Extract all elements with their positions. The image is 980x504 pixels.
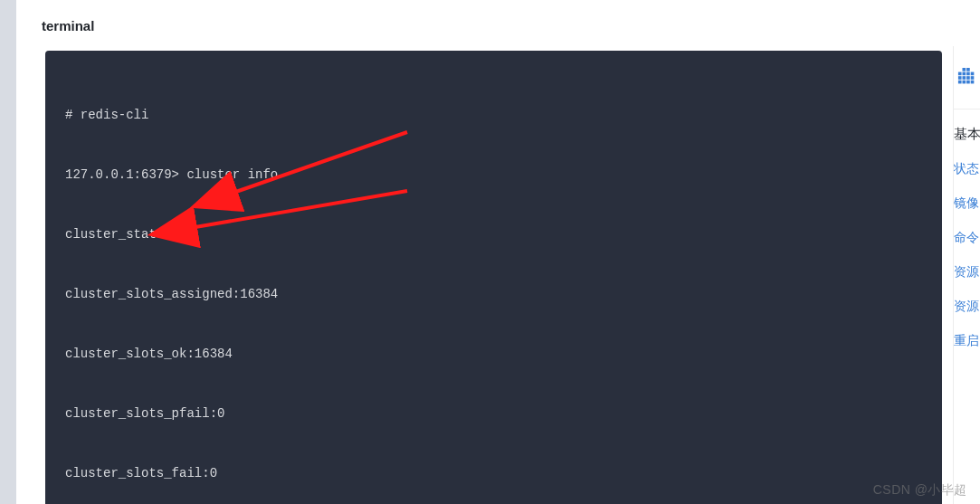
sidebar-item-resource-2[interactable]: 资源 [954, 290, 980, 324]
terminal-line: cluster_state:ok [65, 224, 922, 244]
page-title: terminal [16, 0, 980, 51]
svg-rect-6 [962, 76, 966, 80]
sidebar-section-title: 基本信 [954, 109, 980, 152]
terminal-line: cluster_slots_ok:16384 [65, 344, 922, 364]
svg-rect-5 [957, 76, 961, 80]
svg-rect-2 [962, 71, 966, 75]
terminal-line: 127.0.0.1:6379> cluster info [65, 165, 922, 185]
svg-rect-7 [966, 76, 970, 80]
svg-rect-10 [966, 68, 970, 71]
svg-rect-14 [970, 80, 974, 83]
watermark: CSDN @小毕超 [873, 482, 967, 499]
svg-rect-3 [966, 71, 970, 75]
terminal-line: cluster_slots_pfail:0 [65, 404, 922, 423]
sidebar-item-status[interactable]: 状态 [954, 152, 980, 186]
terminal-line: cluster_slots_assigned:16384 [65, 284, 922, 304]
sidebar-item-command[interactable]: 命令 [954, 221, 980, 255]
svg-rect-13 [966, 80, 970, 83]
svg-rect-12 [962, 80, 966, 83]
terminal-line: cluster_slots_fail:0 [65, 463, 922, 483]
left-gutter [0, 0, 16, 504]
grid-icon [957, 68, 977, 88]
svg-rect-11 [957, 80, 961, 83]
svg-rect-8 [970, 76, 974, 80]
terminal-card: # redis-cli 127.0.0.1:6379> cluster info… [45, 51, 942, 504]
content-row: # redis-cli 127.0.0.1:6379> cluster info… [16, 51, 980, 504]
sidebar-logo [954, 46, 980, 109]
svg-rect-1 [957, 71, 961, 75]
sidebar-item-image[interactable]: 镜像 [954, 186, 980, 221]
page-wrap: terminal # redis-cli 127.0.0.1:6379> clu… [16, 0, 980, 504]
sidebar-item-restart[interactable]: 重启 [954, 324, 980, 358]
title-text: terminal [42, 18, 94, 33]
terminal-line: # redis-cli [65, 105, 922, 125]
svg-rect-9 [962, 68, 966, 71]
terminal-output[interactable]: # redis-cli 127.0.0.1:6379> cluster info… [45, 51, 942, 504]
svg-rect-4 [970, 71, 974, 75]
right-sidebar: 基本信 状态 镜像 命令 资源 资源 重启 [953, 46, 980, 504]
arrow-to-cluster-size [190, 191, 407, 228]
sidebar-item-resource-1[interactable]: 资源 [954, 255, 980, 290]
